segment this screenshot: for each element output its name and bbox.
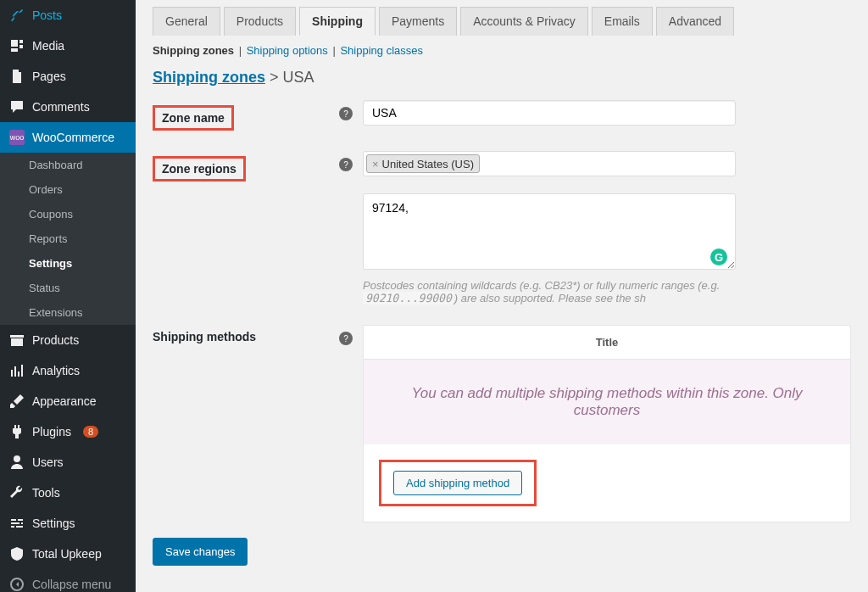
- chart-icon: [8, 362, 25, 379]
- sidebar-label: Pages: [32, 70, 66, 83]
- submenu-dashboard[interactable]: Dashboard: [0, 153, 136, 177]
- sidebar-label: WooCommerce: [32, 131, 114, 144]
- postcodes-hint: Postcodes containing wildcards (e.g. CB2…: [363, 279, 736, 304]
- help-tip-icon[interactable]: ?: [339, 107, 353, 120]
- empty-methods-message: You can add multiple shipping methods wi…: [364, 360, 850, 444]
- sidebar-item-collapse[interactable]: Collapse menu: [0, 569, 136, 592]
- subnav-options[interactable]: Shipping options: [247, 44, 328, 57]
- breadcrumb-parent[interactable]: Shipping zones: [153, 69, 265, 86]
- grammarly-icon[interactable]: G: [710, 249, 727, 265]
- wrench-icon: [8, 484, 25, 501]
- media-icon: [8, 37, 25, 54]
- submenu-reports[interactable]: Reports: [0, 226, 136, 251]
- shipping-methods-row: Shipping methods ? Title You can add mul…: [153, 325, 851, 522]
- sidebar-label: Users: [32, 455, 64, 469]
- sidebar-item-tools[interactable]: Tools: [0, 478, 136, 508]
- shipping-subnav: Shipping zones | Shipping options | Ship…: [136, 36, 868, 65]
- submenu-orders[interactable]: Orders: [0, 177, 136, 202]
- zone-regions-row: Zone regions ? ×United States (US) G Pos…: [153, 151, 851, 304]
- zone-regions-label: Zone regions: [153, 156, 246, 182]
- sidebar-item-plugins[interactable]: Plugins 8: [0, 416, 136, 447]
- postcodes-textarea[interactable]: [363, 193, 736, 270]
- subnav-classes[interactable]: Shipping classes: [340, 44, 423, 57]
- sidebar-label: Analytics: [32, 364, 80, 377]
- add-method-highlight: Add shipping method: [379, 460, 537, 506]
- comment-icon: [8, 98, 25, 115]
- pin-icon: [8, 7, 25, 24]
- admin-sidebar: Posts Media Pages Comments woo WooCommer…: [0, 0, 136, 592]
- subnav-zones[interactable]: Shipping zones: [153, 44, 234, 57]
- sliders-icon: [8, 515, 25, 532]
- breadcrumb-sep: >: [265, 69, 283, 86]
- woocommerce-submenu: Dashboard Orders Coupons Reports Setting…: [0, 153, 136, 325]
- methods-footer: Add shipping method: [364, 444, 850, 522]
- regions-tag-input[interactable]: ×United States (US): [363, 151, 736, 176]
- breadcrumb-current: USA: [283, 69, 314, 86]
- shipping-methods-label: Shipping methods: [153, 325, 339, 343]
- sidebar-label: Posts: [32, 8, 62, 22]
- help-tip-icon[interactable]: ?: [339, 332, 353, 345]
- sidebar-label: Plugins: [32, 425, 71, 438]
- submenu-coupons[interactable]: Coupons: [0, 202, 136, 226]
- archive-icon: [8, 332, 25, 349]
- submenu-settings[interactable]: Settings: [0, 251, 136, 276]
- sidebar-item-media[interactable]: Media: [0, 31, 136, 61]
- sidebar-item-appearance[interactable]: Appearance: [0, 386, 136, 416]
- shield-icon: [8, 545, 25, 562]
- tab-accounts[interactable]: Accounts & Privacy: [460, 7, 588, 36]
- sidebar-label: Collapse menu: [32, 578, 111, 591]
- submenu-extensions[interactable]: Extensions: [0, 300, 136, 325]
- breadcrumb: Shipping zones > USA: [136, 65, 868, 100]
- sidebar-item-wp-settings[interactable]: Settings: [0, 508, 136, 539]
- separator: |: [332, 44, 338, 57]
- sidebar-label: Tools: [32, 486, 60, 500]
- add-shipping-method-button[interactable]: Add shipping method: [393, 471, 522, 495]
- user-icon: [8, 454, 25, 471]
- zone-name-label-wrap: Zone name: [153, 100, 339, 131]
- zone-name-label: Zone name: [153, 105, 234, 131]
- submenu-status[interactable]: Status: [0, 276, 136, 300]
- zone-name-input[interactable]: [363, 100, 736, 126]
- settings-tabs: General Products Shipping Payments Accou…: [136, 7, 868, 36]
- help-tip-icon[interactable]: ?: [339, 158, 353, 171]
- sidebar-label: Total Upkeep: [32, 547, 102, 561]
- shipping-methods-table: Title You can add multiple shipping meth…: [363, 325, 851, 522]
- plug-icon: [8, 423, 25, 440]
- sidebar-label: Settings: [32, 517, 75, 530]
- separator: |: [239, 44, 245, 57]
- sidebar-item-pages[interactable]: Pages: [0, 61, 136, 92]
- zone-form: Zone name ? Zone regions ? ×United State…: [136, 100, 868, 522]
- zone-regions-label-wrap: Zone regions: [153, 151, 339, 182]
- sidebar-item-analytics[interactable]: Analytics: [0, 355, 136, 386]
- tab-products[interactable]: Products: [224, 7, 296, 36]
- sidebar-label: Comments: [32, 100, 90, 114]
- tab-advanced[interactable]: Advanced: [656, 7, 734, 36]
- plugins-badge: 8: [83, 426, 98, 438]
- brush-icon: [8, 393, 25, 410]
- region-tag: ×United States (US): [366, 154, 480, 173]
- main-content: General Products Shipping Payments Accou…: [136, 0, 868, 592]
- sidebar-label: Products: [32, 333, 79, 347]
- zone-name-row: Zone name ?: [153, 100, 851, 131]
- sidebar-item-posts[interactable]: Posts: [0, 0, 136, 31]
- table-header-title: Title: [364, 326, 850, 360]
- sidebar-item-woocommerce[interactable]: woo WooCommerce: [0, 122, 136, 153]
- tab-general[interactable]: General: [153, 7, 220, 36]
- sidebar-item-total-upkeep[interactable]: Total Upkeep: [0, 539, 136, 569]
- remove-tag-icon[interactable]: ×: [372, 158, 379, 170]
- sidebar-item-comments[interactable]: Comments: [0, 92, 136, 122]
- sidebar-label: Media: [32, 39, 64, 53]
- page-icon: [8, 68, 25, 85]
- sidebar-item-products[interactable]: Products: [0, 325, 136, 355]
- tab-payments[interactable]: Payments: [379, 7, 457, 36]
- sidebar-item-users[interactable]: Users: [0, 447, 136, 478]
- save-changes-button[interactable]: Save changes: [153, 538, 248, 566]
- region-tag-label: United States (US): [382, 158, 474, 170]
- sidebar-label: Appearance: [32, 394, 97, 408]
- woo-icon: woo: [8, 129, 25, 146]
- collapse-icon: [8, 576, 25, 592]
- tab-emails[interactable]: Emails: [592, 7, 653, 36]
- tab-shipping[interactable]: Shipping: [299, 7, 376, 36]
